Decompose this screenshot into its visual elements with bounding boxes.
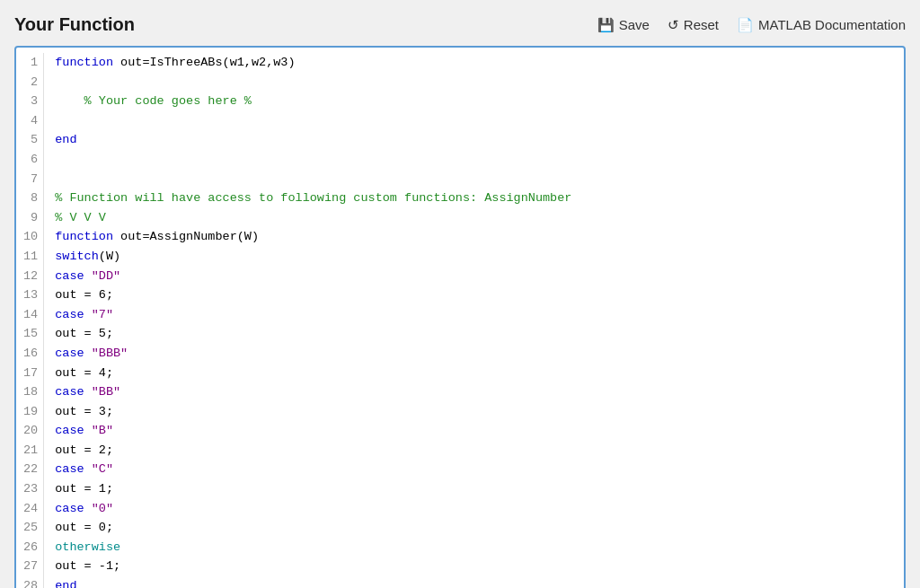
table-row xyxy=(55,111,893,131)
line-number: 21 xyxy=(23,441,38,461)
line-number: 10 xyxy=(23,227,38,247)
table-row: case "C" xyxy=(55,460,893,479)
header-actions: 💾 Save ↺ Reset 📄 MATLAB Documentation xyxy=(597,17,906,33)
line-numbers: 1234567891011121314151617181920212223242… xyxy=(16,53,44,588)
table-row: out = -1; xyxy=(55,557,893,576)
line-number: 6 xyxy=(23,150,38,170)
line-number: 26 xyxy=(23,538,38,557)
line-number: 19 xyxy=(23,402,38,422)
line-number: 17 xyxy=(23,364,38,383)
table-row: out = 1; xyxy=(55,479,893,499)
table-row: case "BB" xyxy=(55,382,893,402)
docs-label: MATLAB Documentation xyxy=(758,17,906,32)
line-number: 5 xyxy=(23,130,38,150)
line-number: 14 xyxy=(23,305,38,325)
table-row: end xyxy=(55,576,893,588)
table-row: out = 0; xyxy=(55,518,893,538)
table-row: case "BBB" xyxy=(55,344,893,364)
table-row: out = 5; xyxy=(55,324,893,344)
save-icon: 💾 xyxy=(597,17,615,33)
save-button[interactable]: 💾 Save xyxy=(597,17,650,33)
code-editor[interactable]: 1234567891011121314151617181920212223242… xyxy=(14,46,906,588)
code-area: 1234567891011121314151617181920212223242… xyxy=(16,48,904,588)
line-number: 18 xyxy=(23,382,38,402)
table-row: case "DD" xyxy=(55,267,893,286)
docs-icon: 📄 xyxy=(737,17,754,33)
docs-button[interactable]: 📄 MATLAB Documentation xyxy=(737,17,906,33)
line-number: 16 xyxy=(23,344,38,364)
table-row: function out=IsThreeABs(w1,w2,w3) xyxy=(55,53,893,73)
table-row: switch(W) xyxy=(55,247,893,267)
table-row: % V V V xyxy=(55,208,893,228)
page-header: Your Function 💾 Save ↺ Reset 📄 MATLAB Do… xyxy=(14,14,906,35)
line-number: 9 xyxy=(23,208,38,228)
line-number: 7 xyxy=(23,170,38,189)
save-label: Save xyxy=(619,17,650,32)
table-row xyxy=(55,150,893,170)
reset-icon: ↺ xyxy=(668,17,679,33)
reset-button[interactable]: ↺ Reset xyxy=(668,17,719,33)
table-row: out = 3; xyxy=(55,402,893,422)
line-number: 13 xyxy=(23,285,38,305)
reset-label: Reset xyxy=(684,17,719,32)
line-number: 24 xyxy=(23,499,38,519)
line-number: 25 xyxy=(23,518,38,538)
line-number: 28 xyxy=(23,576,38,588)
line-number: 22 xyxy=(23,460,38,479)
line-number: 4 xyxy=(23,111,38,131)
table-row: end xyxy=(55,130,893,150)
line-number: 15 xyxy=(23,324,38,344)
table-row: out = 4; xyxy=(55,364,893,383)
line-number: 27 xyxy=(23,557,38,576)
code-content[interactable]: function out=IsThreeABs(w1,w2,w3) % Your… xyxy=(44,53,904,588)
line-number: 20 xyxy=(23,421,38,441)
table-row: otherwise xyxy=(55,538,893,557)
table-row: % Your code goes here % xyxy=(55,92,893,111)
table-row: case "B" xyxy=(55,421,893,441)
line-number: 12 xyxy=(23,267,38,286)
line-number: 2 xyxy=(23,73,38,92)
table-row: function out=AssignNumber(W) xyxy=(55,227,893,247)
line-number: 11 xyxy=(23,247,38,267)
table-row xyxy=(55,170,893,189)
table-row: out = 6; xyxy=(55,285,893,305)
line-number: 8 xyxy=(23,189,38,208)
table-row: case "0" xyxy=(55,499,893,519)
page-title: Your Function xyxy=(14,14,135,35)
line-number: 3 xyxy=(23,92,38,111)
table-row: case "7" xyxy=(55,305,893,325)
line-number: 23 xyxy=(23,479,38,499)
table-row: out = 2; xyxy=(55,441,893,461)
line-number: 1 xyxy=(23,53,38,73)
table-row: % Function will have access to following… xyxy=(55,189,893,208)
table-row xyxy=(55,73,893,92)
